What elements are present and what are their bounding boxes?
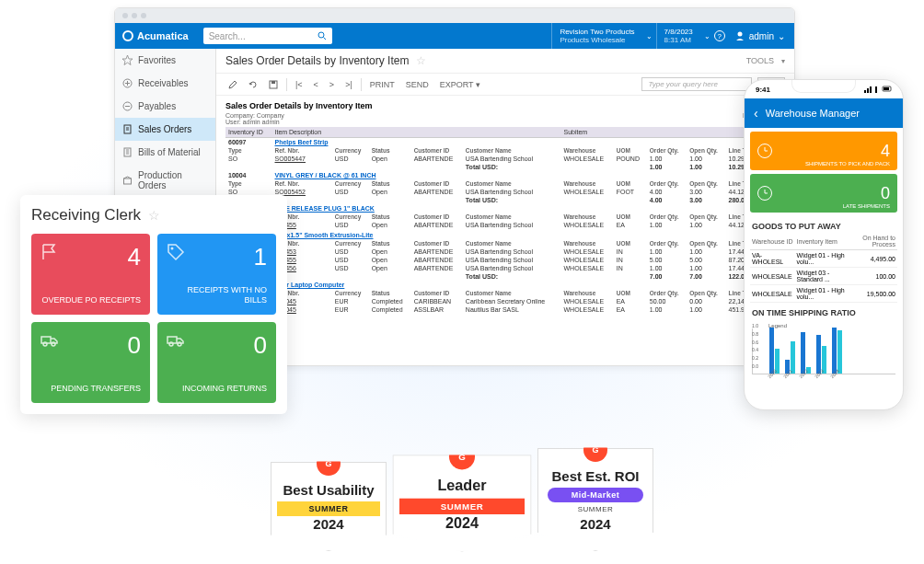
sidebar-item-receivables[interactable]: Receivables xyxy=(115,72,215,95)
doc-icon xyxy=(122,124,133,134)
svg-point-21 xyxy=(52,342,55,346)
bar[interactable] xyxy=(769,328,774,374)
search-input[interactable]: Search... xyxy=(203,28,332,44)
g2-logo-icon: G xyxy=(449,443,475,469)
tag-icon xyxy=(167,243,185,261)
table-row[interactable]: 005453USDOpenABARTENDEUSA Bartending Sch… xyxy=(225,247,785,256)
sidebar-item-bills-of-material[interactable]: Bills of Material xyxy=(115,141,215,164)
date-display[interactable]: 7/8/2023 8:31 AM xyxy=(656,23,700,49)
svg-point-2 xyxy=(737,32,742,37)
send-button[interactable]: SEND xyxy=(403,78,432,91)
badge-band: SUMMER xyxy=(277,501,380,516)
phone-kpi-tile[interactable]: 4 SHIPMENTS TO PICK AND PACK xyxy=(750,132,897,170)
back-icon[interactable]: ‹ xyxy=(754,106,758,121)
save-icon[interactable] xyxy=(266,78,281,91)
bar[interactable] xyxy=(791,341,795,374)
badge-year: 2024 xyxy=(399,513,525,544)
kpi-tile-incoming-returns[interactable]: 0 INCOMING RETURNS xyxy=(157,322,276,403)
edit-icon[interactable] xyxy=(225,78,240,91)
truck-icon xyxy=(167,331,185,350)
badge-title: Leader xyxy=(399,478,525,494)
kpi-value: 0 xyxy=(881,184,890,203)
table-row[interactable]: SOSO005447USDOpenABARTENDEUSA Bartending… xyxy=(225,155,785,163)
brand-text: Acumatica xyxy=(137,30,189,41)
kpi-label: RECEIPTS WITH NO BILLS xyxy=(167,285,267,305)
kpi-label: OVERDUE PO RECEIPTS xyxy=(40,295,141,305)
inventory-link[interactable]: 1.5"x1.5" Smooth Extrusion-Lite xyxy=(275,232,374,238)
topbar: Acumatica Search... Revision Two Product… xyxy=(115,23,794,49)
plus-icon xyxy=(122,78,133,88)
badge-band: Mid-Market xyxy=(548,488,643,502)
table-row[interactable]: 005455USDOpenABARTENDEUSA Bartending Sch… xyxy=(225,221,785,229)
inventory-link[interactable]: VINYL GREY / BLACK @ 61 INCH xyxy=(275,172,376,178)
next-icon[interactable]: > xyxy=(327,78,337,91)
goods-table: Warehouse IDInventory ItemOn Hand to Pro… xyxy=(750,233,897,303)
kpi-label: PENDING TRANSFERS xyxy=(40,384,141,394)
page-header: Sales Order Details by Inventory Item ☆ … xyxy=(216,49,794,74)
chevron-down-icon[interactable]: ⌄ xyxy=(642,32,656,40)
search-icon[interactable] xyxy=(318,31,327,40)
print-button[interactable]: PRINT xyxy=(367,78,398,91)
bar[interactable] xyxy=(832,328,837,374)
svg-line-1 xyxy=(323,38,326,40)
clock-icon xyxy=(757,186,772,201)
chevron-down-icon: ⌄ xyxy=(778,31,785,41)
sidebar-item-sales-orders[interactable]: Sales Orders xyxy=(115,118,215,141)
svg-rect-26 xyxy=(867,88,869,93)
prev-icon[interactable]: < xyxy=(311,78,321,91)
sidebar-item-production-orders[interactable]: Production Orders xyxy=(115,164,215,197)
badge-subtitle: SUMMER xyxy=(544,505,647,513)
first-icon[interactable]: |< xyxy=(293,78,306,91)
kpi-tile-pending-transfers[interactable]: 0 PENDING TRANSFERS xyxy=(31,322,150,403)
table-row[interactable]: SOSO005452USDOpenABARTENDEUSA Bartending… xyxy=(225,188,785,196)
star-icon xyxy=(122,55,133,65)
inventory-link[interactable]: SIDE RELEASE PLUG 1" BLACK xyxy=(275,205,375,212)
sidebar-label: Receivables xyxy=(138,78,188,88)
shipping-ratio-chart: Legend 1.00.80.60.40.20.0 20202021202220… xyxy=(752,323,895,387)
tenant-selector[interactable]: Revision Two Products Products Wholesale xyxy=(551,23,641,49)
table-row[interactable]: WHOLESALEWidget 01 - High volu...19,500.… xyxy=(750,285,897,303)
window-chrome xyxy=(115,8,794,23)
table-row[interactable]: 005456USDOpenABARTENDEUSA Bartending Sch… xyxy=(225,264,785,272)
kpi-tile-receipts-with-no-bills[interactable]: 1 RECEIPTS WITH NO BILLS xyxy=(157,234,276,315)
tools-menu[interactable]: TOOLS xyxy=(746,56,774,65)
table-row[interactable]: VA-WHOLESLWidget 01 - High volu...4,495.… xyxy=(750,250,897,268)
inventory-link[interactable]: Phelps Beef Strip xyxy=(275,139,329,145)
chevron-down-icon[interactable]: ▾ xyxy=(781,57,785,65)
table-row[interactable]: WHOLESALEWidget 03 - Standard ...100.00 xyxy=(750,268,897,285)
panel-title: Receiving Clerk ☆ xyxy=(31,206,276,224)
last-icon[interactable]: >| xyxy=(342,78,355,91)
phone-kpi-tile[interactable]: 0 LATE SHIPMENTS xyxy=(750,174,897,213)
svg-rect-30 xyxy=(884,87,889,90)
badge-title: Best Est. ROI xyxy=(544,469,647,485)
g2-badges: G Best Usability SUMMER 2024 G Leader SU… xyxy=(271,448,653,552)
refresh-icon[interactable] xyxy=(246,78,260,91)
star-icon[interactable]: ☆ xyxy=(148,208,160,223)
chevron-down-icon[interactable]: ⌄ xyxy=(700,32,714,40)
toolbar: |< < > >| PRINT SEND EXPORT ▾ Type your … xyxy=(216,74,794,96)
kpi-tile-overdue-po-receipts[interactable]: 4 OVERDUE PO RECEIPTS xyxy=(31,234,150,315)
svg-point-23 xyxy=(169,342,173,346)
search-placeholder: Search... xyxy=(209,31,246,41)
table-row[interactable]: 009045EURCompletedCARIBBEANCaribbean Sec… xyxy=(225,297,785,305)
query-input[interactable]: Type your query here xyxy=(641,77,752,91)
export-button[interactable]: EXPORT ▾ xyxy=(437,78,483,91)
clock-icon xyxy=(757,144,772,158)
minus-icon xyxy=(122,101,133,111)
sidebar-item-payables[interactable]: Payables xyxy=(115,95,215,118)
user-menu[interactable]: admin ⌄ xyxy=(725,30,794,41)
bar[interactable] xyxy=(837,330,842,374)
kpi-label: LATE SHIPMENTS xyxy=(843,203,890,209)
table-row[interactable]: 009045EURCompletedASSLBARNautilus Bar SA… xyxy=(225,305,785,314)
help-icon[interactable]: ? xyxy=(714,30,725,41)
brand[interactable]: Acumatica xyxy=(115,30,196,41)
table-row[interactable]: 005455USDOpenABARTENDEUSA Bartending Sch… xyxy=(225,256,785,264)
star-icon[interactable]: ☆ xyxy=(416,54,426,67)
svg-point-24 xyxy=(178,342,181,346)
svg-point-0 xyxy=(318,32,324,38)
sidebar-item-favorites[interactable]: Favorites xyxy=(115,49,215,72)
truck-icon xyxy=(40,331,59,350)
badge-year: 2024 xyxy=(277,516,380,545)
svg-rect-27 xyxy=(870,86,872,93)
signal-icon xyxy=(864,86,892,93)
